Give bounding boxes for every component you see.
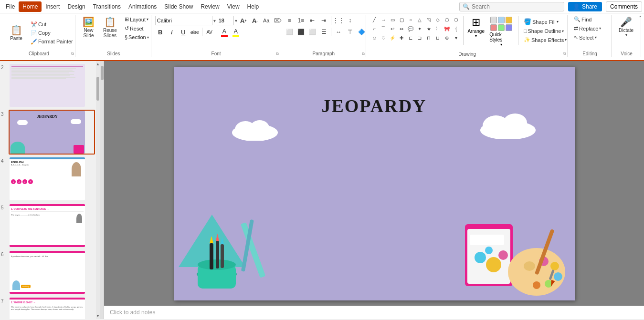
scroll-thumb[interactable]	[96, 77, 99, 101]
shape-more5[interactable]: ⊕	[443, 33, 451, 42]
menu-review[interactable]: Review	[197, 1, 223, 12]
shape-L[interactable]: ⌐	[370, 24, 379, 33]
scroll-up-arrow[interactable]: ▲	[96, 61, 100, 67]
slide-thumb-6[interactable]: 6 If you know her name, you can tell... …	[1, 250, 95, 295]
smartart-button[interactable]: 🔷	[356, 27, 367, 37]
search-input[interactable]	[472, 3, 558, 10]
shape-callout[interactable]: 💬	[406, 24, 415, 33]
replace-button[interactable]: ⇄ Replace ▾	[571, 24, 603, 32]
shape-brace[interactable]: {	[452, 24, 460, 33]
font-name-input[interactable]	[155, 16, 212, 25]
justify-button[interactable]: ☰	[318, 27, 329, 37]
shape-heart[interactable]: ♡	[379, 33, 388, 42]
menu-insert[interactable]: Insert	[42, 1, 63, 12]
shape-right-triangle[interactable]: ◹	[424, 15, 433, 24]
columns-button[interactable]: ⋮⋮	[333, 15, 344, 26]
copy-button[interactable]: 📄 Copy	[28, 29, 75, 37]
find-button[interactable]: 🔍 Find	[571, 15, 594, 23]
menu-design[interactable]: Design	[63, 1, 89, 12]
slide-img-5[interactable]: 1. COMPLETE THE SENTENCE → The boy is __…	[9, 203, 95, 248]
reset-button[interactable]: ↺ Reset	[122, 24, 151, 32]
decrease-indent-button[interactable]: ⇤	[307, 15, 317, 26]
clipboard-expand-icon[interactable]: ⧉	[71, 52, 74, 56]
menu-transitions[interactable]: Transitions	[89, 1, 125, 12]
slide-thumb-5[interactable]: 5 1. COMPLETE THE SENTENCE → The boy is …	[1, 203, 95, 248]
layout-button[interactable]: ⊞ Layout ▾	[122, 15, 151, 23]
slide-img-6[interactable]: If you know her name, you can tell... #2…	[9, 250, 95, 295]
panel-scrollbar-thumb[interactable]	[101, 66, 104, 80]
new-slide-button[interactable]: 🖼️ New Slide	[79, 15, 98, 40]
menu-help[interactable]: Help	[243, 1, 263, 12]
scroll-down-arrow[interactable]: ▼	[96, 313, 100, 319]
text-direction-button[interactable]: ↔	[333, 27, 344, 37]
align-right-button[interactable]: ⬜	[307, 27, 317, 37]
select-button[interactable]: ↖ Select ▾	[571, 33, 599, 41]
shape-line[interactable]: ╱	[370, 15, 379, 24]
bold-button[interactable]: B	[155, 27, 166, 37]
slides-scrollbar[interactable]: ▲ ▼	[96, 61, 100, 319]
bullets-button[interactable]: ≡	[284, 15, 295, 26]
shape-pentagon[interactable]: ⬠	[443, 15, 451, 24]
slide-img-4[interactable]: ENGLISH A-B-C-D-E... English 1 2 3 4	[9, 156, 95, 201]
align-center-button[interactable]: ⬛	[296, 27, 306, 37]
menu-slideshow[interactable]: Slide Show	[160, 1, 197, 12]
shape-fill-button[interactable]: 🪣 Shape Fill ▾	[521, 17, 569, 26]
reuse-slides-button[interactable]: 📋 Reuse Slides	[100, 15, 120, 40]
font-spacing-button[interactable]: AV	[204, 27, 215, 37]
shape-rect[interactable]: ▭	[388, 15, 397, 24]
shape-hexagon[interactable]: ⬡	[452, 15, 460, 24]
para-spacing-button[interactable]: ↕	[345, 15, 355, 26]
shape-double-arrow[interactable]: ⇔	[397, 24, 406, 33]
menu-animations[interactable]: Animations	[125, 1, 160, 12]
paragraph-expand-icon[interactable]: ⧉	[362, 52, 365, 56]
paste-button[interactable]: 📋 Paste	[6, 23, 27, 43]
shape-rounded-rect[interactable]: ▢	[397, 15, 406, 24]
shape-effects-button[interactable]: ✨ Shape Effects ▾	[521, 36, 569, 44]
slide-thumb-2[interactable]: 2	[1, 63, 95, 108]
shape-bend-arrow[interactable]: ↩	[388, 24, 397, 33]
shape-ribbon[interactable]: 🎀	[443, 24, 451, 33]
main-slide-title[interactable]: JEOPARDY	[321, 95, 426, 116]
format-painter-button[interactable]: 🖌️ Format Painter	[28, 38, 75, 46]
arrange-button[interactable]: ⊞ Arrange ▾	[466, 15, 486, 49]
share-button[interactable]: 👤 Share	[568, 2, 602, 11]
quick-styles-button[interactable]: Quick Styles ▾	[487, 15, 515, 49]
shape-plus[interactable]: ✚	[397, 33, 406, 42]
shape-more3[interactable]: ⊓	[424, 33, 433, 42]
slide-thumb-3[interactable]: 3 JEOPARDY	[1, 110, 95, 155]
align-text-button[interactable]: ⊤	[345, 27, 355, 37]
shape-smiley[interactable]: ☺	[370, 33, 379, 42]
highlight-color-button[interactable]: A	[231, 27, 241, 37]
increase-indent-button[interactable]: ⇥	[318, 15, 329, 26]
align-left-button[interactable]: ⬜	[284, 27, 295, 37]
shape-lightning[interactable]: ⚡	[388, 33, 397, 42]
underline-button[interactable]: U	[178, 27, 189, 37]
numbering-button[interactable]: 1≡	[296, 15, 306, 26]
change-case-button[interactable]: Aa	[261, 15, 272, 26]
notes-area[interactable]: Click to add notes	[104, 306, 644, 319]
shapes-more-button[interactable]: ▾	[452, 33, 460, 42]
shape-arrow-line[interactable]: →	[379, 15, 388, 24]
shape-star5[interactable]: ★	[424, 24, 433, 33]
dictate-button[interactable]: 🎤 Dictate ▾	[615, 15, 637, 39]
ribbon-collapse-button[interactable]: ⌃	[638, 14, 642, 21]
shape-more1[interactable]: ⊏	[406, 33, 415, 42]
slide-thumb-7[interactable]: 7 2. WHERE IS SHE? → She went to a place…	[1, 297, 95, 319]
shape-star4[interactable]: ✦	[415, 24, 424, 33]
main-slide[interactable]: JEOPARDY	[174, 67, 575, 300]
strikethrough-button[interactable]: abc	[190, 27, 200, 37]
slide-img-7[interactable]: 2. WHERE IS SHE? → She went to a place t…	[9, 297, 95, 319]
section-button[interactable]: § Section ▾	[122, 33, 151, 41]
drawing-expand-icon[interactable]: ⧉	[563, 52, 566, 56]
slide-img-2[interactable]	[9, 63, 95, 108]
menu-file[interactable]: File	[2, 1, 19, 12]
font-size-input[interactable]	[217, 16, 234, 25]
menu-view[interactable]: View	[223, 1, 243, 12]
font-shrink-button[interactable]: A-	[250, 15, 260, 26]
font-size-dropdown-icon[interactable]: ▾	[235, 18, 237, 23]
italic-button[interactable]: I	[167, 27, 177, 37]
shape-oval[interactable]: ○	[406, 15, 415, 24]
menu-home[interactable]: Home	[19, 1, 42, 12]
shape-outline-button[interactable]: □ Shape Outline ▾	[521, 27, 569, 35]
font-expand-icon[interactable]: ⧉	[276, 52, 279, 56]
